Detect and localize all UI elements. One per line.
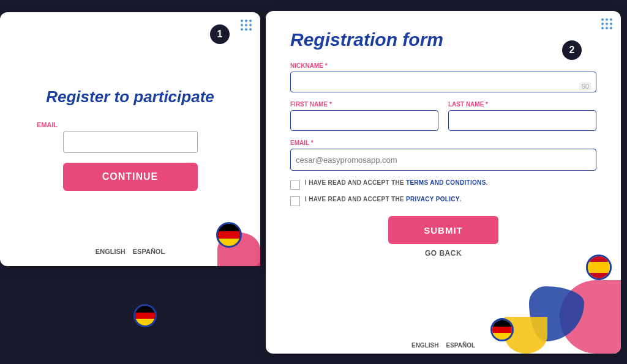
lang-espanol-left[interactable]: ESPAÑOL — [133, 248, 165, 255]
flag-german-left — [216, 222, 242, 248]
last-name-field: LAST NAME * — [448, 101, 596, 139]
submit-button[interactable]: SUBMIT — [388, 216, 498, 244]
first-name-label: FIRST NAME * — [290, 101, 438, 108]
name-row: FIRST NAME * LAST NAME * — [290, 101, 596, 139]
right-panel: 2 Registration form NICKNAME * 50 FIRST … — [266, 11, 621, 354]
grid-dots-right — [601, 18, 612, 29]
terms-label: I HAVE READ AND ACCEPT THE TERMS AND CON… — [305, 179, 488, 186]
step-badge-1: 1 — [210, 24, 230, 44]
nickname-label: NICKNAME * — [290, 62, 596, 69]
step-badge-2: 2 — [562, 40, 582, 60]
screenshot-container: 1 Register to participate EMAIL CONTINUE… — [0, 0, 627, 364]
privacy-row: I HAVE READ AND ACCEPT THE PRIVACY POLIC… — [290, 196, 596, 206]
email-form-label: EMAIL * — [290, 139, 596, 146]
lang-english-left[interactable]: ENGLISH — [96, 248, 126, 255]
go-back-link[interactable]: GO BACK — [290, 249, 596, 258]
language-bar-left: ENGLISH ESPAÑOL — [96, 248, 165, 255]
first-name-input[interactable] — [290, 110, 438, 131]
first-name-field: FIRST NAME * — [290, 101, 438, 139]
last-name-input[interactable] — [448, 110, 596, 131]
email-label: EMAIL — [37, 121, 58, 128]
lang-english-right[interactable]: ENGLISH — [411, 342, 438, 349]
last-name-label: LAST NAME * — [448, 101, 596, 108]
terms-row: I HAVE READ AND ACCEPT THE TERMS AND CON… — [290, 179, 596, 190]
email-input[interactable] — [63, 131, 198, 153]
continue-button[interactable]: CONTINUE — [63, 163, 198, 191]
lang-espanol-right[interactable]: ESPAÑOL — [446, 342, 475, 349]
char-count: 50 — [579, 82, 591, 91]
privacy-checkbox[interactable] — [290, 196, 300, 206]
nickname-input[interactable] — [290, 72, 596, 92]
privacy-label: I HAVE READ AND ACCEPT THE PRIVACY POLIC… — [305, 196, 462, 202]
form-title: Registration form — [290, 29, 596, 50]
left-panel: 1 Register to participate EMAIL CONTINUE… — [0, 12, 260, 266]
email-form-input[interactable] — [290, 149, 596, 171]
terms-checkbox[interactable] — [290, 180, 300, 190]
panel-title: Register to participate — [46, 87, 214, 106]
nickname-wrapper: 50 — [290, 72, 596, 101]
flag-german-bottom-left — [133, 304, 157, 327]
grid-dots-left — [241, 20, 252, 31]
flag-german-bottom-right — [490, 318, 514, 341]
flag-spanish-right — [586, 254, 612, 280]
language-bar-right: ENGLISH ESPAÑOL — [411, 342, 475, 349]
